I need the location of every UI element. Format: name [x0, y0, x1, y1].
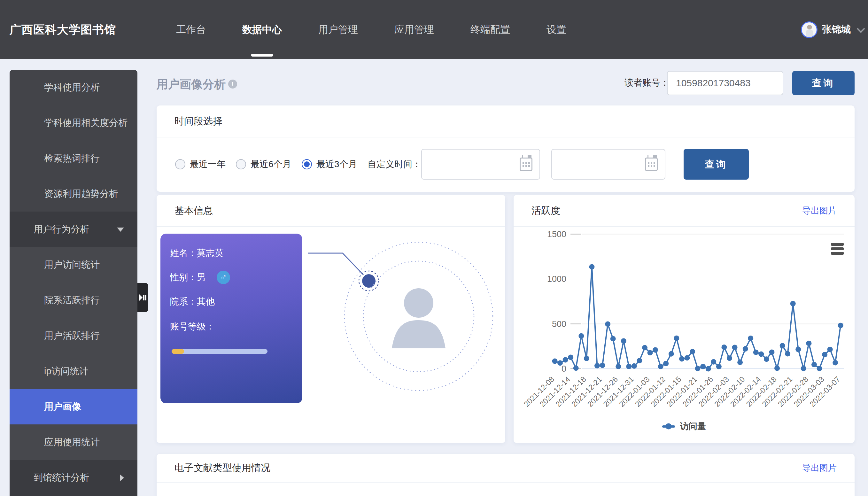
collapse-icon: [139, 293, 146, 302]
radio-circle: [236, 159, 246, 169]
basic-info-card: 基本信息 姓名：莫志英 性别：男 ♂ 院系：其他: [157, 195, 505, 443]
sidebar-item-app-usage-stats[interactable]: 应用使用统计: [10, 424, 137, 460]
radio-last-year[interactable]: 最近一年: [175, 158, 226, 170]
calendar-icon: [520, 158, 532, 171]
profile-summary-card: 姓名：莫志英 性别：男 ♂ 院系：其他 账号等级：: [160, 234, 302, 403]
nav-item-settings[interactable]: 设置: [546, 0, 566, 59]
sidebar-item-subject-correlation[interactable]: 学科使用相关度分析: [10, 105, 137, 141]
profile-level-row: 账号等级：: [170, 321, 215, 333]
chevron-down-icon: [857, 25, 865, 33]
sidebar-item-subject-usage[interactable]: 学科使用分析: [10, 70, 137, 105]
sidebar-item-faculty-activity-rank[interactable]: 院系活跃排行: [10, 282, 137, 318]
sidebar-item-user-portrait[interactable]: 用户画像: [10, 389, 137, 424]
calendar-icon: [645, 158, 658, 171]
docs-card-title: 电子文献类型使用情况: [174, 462, 270, 475]
sidebar-item-resource-trend[interactable]: 资源利用趋势分析: [10, 176, 137, 212]
nav-item-app-management[interactable]: 应用管理: [394, 0, 434, 59]
radio-last-6-months[interactable]: 最近6个月: [236, 158, 292, 170]
profile-faculty-row: 院系：其他: [170, 296, 215, 308]
svg-text:0: 0: [561, 364, 566, 374]
info-icon[interactable]: !: [228, 80, 237, 89]
sidebar-group-visit-stats[interactable]: 到馆统计分析: [10, 460, 137, 495]
account-level-progress-fill: [172, 349, 184, 354]
sidebar-item-ip-stats[interactable]: ip访问统计: [10, 354, 137, 389]
sidebar-collapse-handle[interactable]: [137, 283, 148, 312]
activity-card: 活跃度 导出图片 1500100050002021-12-082021-12-1…: [514, 195, 855, 443]
activity-line-chart: 1500100050002021-12-082021-12-142021-12-…: [514, 227, 855, 443]
svg-text:1000: 1000: [547, 274, 566, 284]
nav-item-data-center[interactable]: 数据中心: [242, 0, 282, 59]
svg-text:500: 500: [552, 319, 566, 329]
connector-node: [362, 274, 375, 288]
nav-item-workbench[interactable]: 工作台: [176, 0, 206, 59]
activity-card-title: 活跃度: [531, 204, 560, 217]
nav-item-user-management[interactable]: 用户管理: [318, 0, 358, 59]
legend-line-dot-marker: [662, 425, 675, 428]
profile-gender-row: 性别：男 ♂: [170, 271, 230, 284]
sidebar-item-hot-search[interactable]: 检索热词排行: [10, 141, 137, 176]
chevron-down-icon: [117, 228, 124, 232]
reader-query-button[interactable]: 查询: [792, 71, 855, 95]
sidebar-item-user-visit-stats[interactable]: 用户访问统计: [10, 247, 137, 282]
chart-context-menu-icon[interactable]: [831, 243, 844, 256]
sidebar: 学科使用分析 学科使用相关度分析 检索热词排行 资源利用趋势分析 用户行为分析 …: [10, 70, 137, 496]
reader-account-label: 读者账号：: [624, 77, 669, 89]
activity-export-link[interactable]: 导出图片: [802, 205, 837, 216]
top-navbar: 广西医科大学图书馆 工作台 数据中心 用户管理 应用管理 终端配置 设置 张锦城: [0, 0, 868, 59]
male-icon: ♂: [217, 271, 230, 284]
radio-last-3-months[interactable]: 最近3个月: [302, 158, 357, 170]
profile-name-row: 姓名：莫志英: [170, 247, 224, 259]
docs-usage-card: 电子文献类型使用情况 导出图片: [157, 454, 855, 496]
radio-circle: [175, 159, 185, 169]
avatar-head: [404, 288, 433, 318]
active-tab-underline: [251, 54, 273, 57]
chevron-right-icon: [120, 474, 124, 481]
user-avatar: [801, 21, 818, 38]
sidebar-group-user-behavior[interactable]: 用户行为分析: [10, 212, 137, 247]
legend-label: 访问量: [680, 421, 706, 432]
radio-circle: [302, 159, 312, 169]
nav-item-terminal-config[interactable]: 终端配置: [470, 0, 510, 59]
start-date-input[interactable]: [421, 149, 540, 180]
custom-time-label: 自定义时间：: [368, 158, 421, 170]
end-date-input[interactable]: [551, 149, 665, 180]
docs-export-link[interactable]: 导出图片: [802, 462, 837, 474]
time-range-card: 时间段选择 最近一年 最近6个月 最近3个月 自定义时间： 查询: [157, 106, 855, 192]
basic-card-title: 基本信息: [174, 204, 213, 217]
user-name: 张锦城: [822, 23, 851, 36]
account-level-progress: [172, 349, 267, 354]
time-card-title: 时间段选择: [174, 115, 222, 128]
chart-legend[interactable]: 访问量: [514, 421, 855, 432]
app-logo-title: 广西医科大学图书馆: [10, 0, 116, 59]
reader-account-input[interactable]: [667, 71, 783, 95]
sidebar-item-user-activity-rank[interactable]: 用户活跃排行: [10, 318, 137, 354]
user-menu[interactable]: 张锦城: [801, 0, 863, 59]
page-title: 用户画像分析!: [157, 77, 237, 92]
time-query-button[interactable]: 查询: [684, 149, 749, 180]
svg-text:1500: 1500: [547, 230, 566, 239]
main-nav-menu: 工作台 数据中心 用户管理 应用管理 终端配置 设置: [176, 0, 566, 59]
